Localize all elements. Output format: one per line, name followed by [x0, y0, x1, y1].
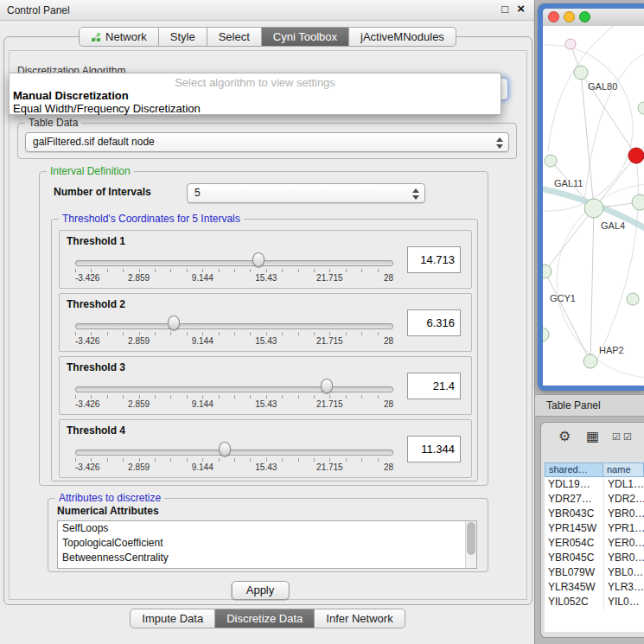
slider-track[interactable] — [75, 260, 393, 266]
network-edge[interactable] — [545, 208, 594, 271]
tab-infer-network[interactable]: Infer Network — [315, 609, 405, 628]
list-item[interactable]: BetweennessCentrality — [58, 551, 476, 565]
cell[interactable]: YDL1… — [603, 477, 644, 492]
table-data-combobox[interactable]: galFiltered.sif default node — [25, 132, 509, 152]
columns-icon[interactable]: ▦ — [586, 428, 599, 444]
cell[interactable]: YBR0… — [603, 507, 644, 521]
scrollbar-thumb[interactable] — [467, 522, 475, 555]
table-row[interactable]: YBL079W YBL0… — [545, 565, 644, 580]
network-window-titlebar[interactable] — [543, 9, 644, 26]
tab-select[interactable]: Select — [207, 27, 262, 47]
cell[interactable]: YPR145W — [545, 521, 603, 536]
network-node[interactable] — [584, 199, 603, 218]
tab-label: Impute Data — [142, 609, 203, 628]
tab-jactivemodules[interactable]: jActiveMNodules — [349, 27, 456, 47]
slider-ticks — [75, 395, 393, 399]
close-traffic-light-icon[interactable] — [548, 11, 559, 22]
network-node[interactable] — [565, 39, 576, 49]
table-panel-title: Table Panel — [546, 399, 601, 411]
table-row[interactable]: YER054C YER0… — [545, 536, 644, 551]
cell[interactable]: YBR0… — [603, 551, 644, 565]
network-edge[interactable] — [545, 271, 590, 361]
slider-thumb[interactable] — [168, 316, 180, 330]
zoom-traffic-light-icon[interactable] — [579, 11, 590, 22]
cell[interactable]: YLR345W — [545, 580, 603, 595]
slider-thumb[interactable] — [219, 442, 231, 456]
slider-thumb[interactable] — [321, 379, 333, 393]
threshold-value-field[interactable]: 21.4 — [407, 373, 461, 399]
threshold-slider[interactable]: -3.426 2.859 9.144 15.43 21.715 28 — [75, 311, 393, 351]
attributes-group-title: Attributes to discretize — [55, 492, 164, 504]
dropdown-option-equal-width[interactable]: Equal Width/Frequency Discretization — [10, 102, 501, 115]
threshold-value-field[interactable]: 11.344 — [407, 436, 461, 462]
table-row[interactable]: YIL052C YIL0… — [545, 595, 644, 609]
network-node[interactable] — [583, 354, 597, 368]
tab-style[interactable]: Style — [159, 27, 207, 47]
dropdown-option-manual[interactable]: Manual Discretization — [10, 89, 501, 102]
cell[interactable]: YER0… — [603, 536, 644, 551]
threshold-slider[interactable]: -3.426 2.859 9.144 15.43 21.715 28 — [75, 437, 393, 477]
slider-track[interactable] — [75, 450, 393, 456]
network-node-selected[interactable] — [628, 148, 644, 163]
slider-thumb[interactable] — [252, 252, 265, 267]
table-row[interactable]: YLR345W YLR3… — [545, 580, 644, 595]
network-edge[interactable] — [594, 156, 636, 208]
number-of-intervals-combobox[interactable]: 5 — [187, 183, 425, 203]
tab-label: Cyni Toolbox — [273, 28, 337, 46]
table-row[interactable]: YBR045C YBR0… — [545, 551, 644, 565]
cell[interactable]: YIL0… — [603, 595, 644, 609]
tab-cyni-toolbox[interactable]: Cyni Toolbox — [262, 27, 349, 47]
cell[interactable]: YDR27… — [545, 492, 603, 507]
threshold-value-field[interactable]: 6.316 — [407, 309, 461, 336]
network-node[interactable] — [627, 293, 639, 305]
tab-discretize-data[interactable]: Discretize Data — [215, 609, 315, 628]
threshold-box-3: Threshold 3 -3.426 2.859 9.144 15.43 21.… — [59, 356, 472, 415]
dropdown-placeholder-item[interactable]: Select algorithm to view settings — [10, 76, 501, 89]
select-all-checkbox-icon[interactable]: ☑ — [612, 431, 621, 443]
float-window-icon[interactable]: □ — [501, 3, 508, 16]
cell[interactable]: YBR045C — [545, 551, 603, 565]
column-header-shared-name[interactable]: shared… — [545, 462, 603, 477]
cell[interactable]: YBL0… — [603, 565, 644, 580]
cell[interactable]: YDR2… — [603, 492, 644, 507]
vertical-scrollbar[interactable] — [465, 521, 476, 568]
network-node[interactable] — [543, 328, 549, 341]
scale-label: 21.715 — [316, 462, 343, 472]
tab-impute-data[interactable]: Impute Data — [130, 609, 215, 628]
gear-icon[interactable]: ⚙ — [558, 428, 571, 444]
table-row[interactable]: YBR043C YBR0… — [545, 507, 644, 521]
cell[interactable]: YER054C — [545, 536, 603, 551]
list-item[interactable]: SelfLoops — [58, 521, 476, 536]
network-node[interactable] — [574, 66, 588, 80]
cell[interactable]: YBR043C — [545, 507, 603, 521]
table-row[interactable]: YPR145W YPR1… — [545, 521, 644, 536]
cell[interactable]: YPR1… — [603, 521, 644, 536]
network-node[interactable] — [545, 155, 557, 167]
cell[interactable]: YIL052C — [545, 595, 603, 609]
cell[interactable]: YDL19… — [545, 477, 603, 492]
list-item[interactable]: TopologicalCoefficient — [58, 536, 476, 551]
column-header-name[interactable]: name — [603, 462, 644, 477]
table-row[interactable]: YDR27… YDR2… — [545, 492, 644, 507]
slider-track[interactable] — [75, 386, 393, 392]
scale-label: 28 — [384, 336, 393, 346]
network-node[interactable] — [632, 194, 644, 210]
table-row[interactable]: YDL19… YDL1… — [545, 477, 644, 492]
slider-track[interactable] — [75, 323, 393, 329]
apply-button[interactable]: Apply — [232, 581, 290, 600]
minimize-traffic-light-icon[interactable] — [564, 11, 575, 22]
scale-label: 2.859 — [128, 399, 150, 409]
threshold-value-field[interactable]: 14.713 — [407, 246, 461, 273]
network-edge[interactable] — [590, 208, 594, 361]
close-icon[interactable]: × — [517, 1, 525, 16]
select-none-checkbox-icon[interactable]: ☑ — [623, 431, 632, 443]
network-node[interactable] — [638, 102, 644, 114]
threshold-slider[interactable]: -3.426 2.859 9.144 15.43 21.715 28 — [75, 374, 393, 414]
network-canvas[interactable]: GAL80 GAL11 GAL4 GCY1 HAP2 — [543, 26, 644, 386]
cell[interactable]: YBL079W — [545, 565, 603, 580]
attributes-listbox[interactable]: SelfLoops TopologicalCoefficient Between… — [57, 520, 477, 569]
tab-network[interactable]: Network — [79, 27, 159, 47]
threshold-slider[interactable]: -3.426 2.859 9.144 15.43 21.715 28 — [75, 248, 393, 288]
cell[interactable]: YLR3… — [603, 580, 644, 595]
network-node[interactable] — [543, 265, 552, 278]
